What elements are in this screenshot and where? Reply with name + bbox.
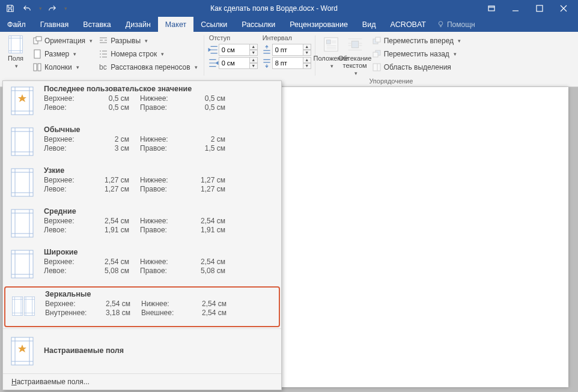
redo-icon[interactable] (44, 1, 60, 16)
svg-rect-1 (537, 5, 543, 11)
svg-rect-16 (351, 41, 358, 47)
margin-preset-values: Верхнее:2 смНижнее:2 смЛевое:3 смПравое:… (44, 135, 275, 152)
tab-acrobat[interactable]: ACROBAT (383, 17, 433, 32)
svg-point-2 (439, 22, 443, 26)
minimize-icon[interactable] (503, 0, 528, 17)
margin-preset-values: Верхнее:2,54 смНижнее:2,54 смЛевое:1,91 … (44, 217, 275, 234)
selection-pane-icon (372, 62, 382, 72)
margins-button[interactable]: Поля (4, 34, 28, 76)
margin-preset-3[interactable]: Средние Верхнее:2,54 смНижнее:2,54 смЛев… (3, 204, 281, 244)
ribbon-tabs: Файл Главная Вставка Дизайн Макет Ссылки… (0, 17, 578, 32)
tab-design[interactable]: Дизайн (118, 17, 158, 32)
size-icon (32, 49, 42, 59)
size-button[interactable]: Размер (30, 47, 95, 61)
breaks-button[interactable]: Разрывы (96, 34, 200, 47)
margin-preset-icon (9, 166, 35, 199)
indent-left[interactable]: ▲▼ (208, 43, 258, 56)
spacing-label: Интервал (261, 34, 311, 43)
margin-preset-values: Верхнее:2,54 смНижнее:2,54 смЛевое:5,08 … (44, 258, 275, 275)
spacing-before[interactable]: ▲▼ (261, 43, 311, 56)
group-arrange: Положение Обтекание текстом Переместить … (315, 32, 467, 86)
line-numbers-button[interactable]: Номера строк (96, 47, 200, 61)
spacing-after[interactable]: ▲▼ (261, 56, 311, 70)
hyphenation-button[interactable]: bcРасстановка переносов (96, 61, 200, 74)
svg-text:bc: bc (99, 63, 107, 71)
maximize-icon[interactable] (528, 0, 552, 17)
tab-layout[interactable]: Макет (158, 17, 193, 32)
svg-rect-18 (376, 37, 380, 42)
ribbon-display-icon[interactable] (479, 0, 503, 17)
margin-preset-values: Верхнее:1,27 смНижнее:1,27 смЛевое:1,27 … (44, 176, 275, 193)
tab-file[interactable]: Файл (0, 17, 33, 32)
orientation-button[interactable]: Ориентация (30, 34, 95, 47)
margin-preset-icon (10, 290, 37, 322)
margin-preset-4[interactable]: Широкие Верхнее:2,54 смНижнее:2,54 смЛев… (3, 244, 281, 285)
margin-preset-icon (9, 125, 35, 158)
margin-custom-command[interactable]: Настраиваемые поля... (3, 373, 281, 390)
svg-rect-10 (34, 50, 40, 58)
ribbon: Поля Ориентация Размер Колонки Разрывы Н… (0, 32, 578, 87)
margin-preset-icon (9, 248, 35, 280)
group-page-setup: Поля Ориентация Размер Колонки Разрывы Н… (0, 32, 204, 86)
svg-rect-15 (326, 40, 330, 44)
margin-preset-title: Зеркальные (45, 290, 274, 300)
send-backward-button: Переместить назад (370, 47, 463, 61)
tell-me[interactable]: Помощн (437, 17, 475, 32)
margin-preset-title: Широкие (44, 248, 275, 258)
margin-preset-1[interactable]: Обычные Верхнее:2 смНижнее:2 смЛевое:3 с… (3, 122, 281, 163)
margin-preset-icon (9, 85, 35, 117)
columns-icon (32, 62, 42, 72)
group-paragraph: Отступ ▲▼ ▲▼ Интервал ▲▼ ▲▼ (204, 32, 315, 86)
svg-rect-28 (11, 128, 33, 155)
send-backward-icon (372, 49, 382, 59)
margin-preset-values: Верхнее:2,54 смНижнее:2,54 смВнутреннее:… (45, 300, 274, 317)
svg-rect-9 (36, 37, 41, 41)
save-icon[interactable] (2, 1, 18, 16)
svg-rect-21 (373, 64, 380, 71)
margin-preset-0[interactable]: Последнее пользовательское значение Верх… (3, 81, 281, 122)
wrap-text-button: Обтекание текстом (343, 34, 367, 76)
indent-right[interactable]: ▲▼ (208, 56, 258, 70)
qat-customize[interactable] (61, 1, 68, 16)
margin-preset-title: Средние (44, 207, 275, 217)
window-title: Как сделать поля в Ворде.docx - Word (68, 4, 479, 13)
orientation-icon (32, 36, 42, 46)
bring-forward-icon (372, 36, 382, 46)
bring-forward-button: Переместить вперед (370, 34, 463, 47)
svg-rect-22 (11, 87, 33, 115)
tab-references[interactable]: Ссылки (193, 17, 234, 32)
margin-preset-title: Обычные (44, 125, 275, 135)
spacing-after-icon (261, 58, 272, 68)
arrange-label: Упорядочение (319, 76, 463, 85)
undo-dropdown[interactable] (36, 1, 43, 16)
margin-custom-item[interactable]: Настраиваемые поля (3, 329, 281, 373)
quick-access-toolbar (2, 1, 68, 16)
tab-review[interactable]: Рецензирование (282, 17, 355, 32)
svg-rect-12 (38, 64, 41, 71)
margin-preset-values: Верхнее:0,5 смНижнее:0,5 смЛевое:0,5 смП… (44, 94, 275, 112)
margin-custom-icon (9, 335, 35, 367)
wrap-icon (346, 35, 364, 53)
undo-icon[interactable] (19, 1, 35, 16)
columns-button[interactable]: Колонки (30, 61, 95, 74)
margin-preset-icon (9, 207, 35, 240)
svg-rect-20 (373, 52, 378, 57)
breaks-icon (99, 36, 108, 46)
svg-rect-33 (11, 169, 33, 196)
selection-pane-button: Область выделения (370, 61, 463, 74)
position-icon (322, 35, 340, 53)
svg-rect-38 (11, 210, 33, 237)
line-numbers-icon (99, 49, 108, 59)
tab-insert[interactable]: Вставка (76, 17, 118, 32)
indent-left-icon (208, 44, 219, 55)
margin-preset-title: Последнее пользовательское значение (44, 85, 275, 94)
tab-view[interactable]: Вид (355, 17, 383, 32)
tab-home[interactable]: Главная (33, 17, 76, 32)
margin-preset-5[interactable]: Зеркальные Верхнее:2,54 смНижнее:2,54 см… (4, 286, 280, 327)
svg-rect-58 (11, 337, 33, 365)
margin-preset-2[interactable]: Узкие Верхнее:1,27 смНижнее:1,27 смЛевое… (3, 163, 281, 204)
indent-label: Отступ (208, 34, 258, 43)
close-icon[interactable] (552, 0, 576, 17)
tab-mailings[interactable]: Рассылки (234, 17, 282, 32)
svg-rect-11 (34, 64, 37, 71)
